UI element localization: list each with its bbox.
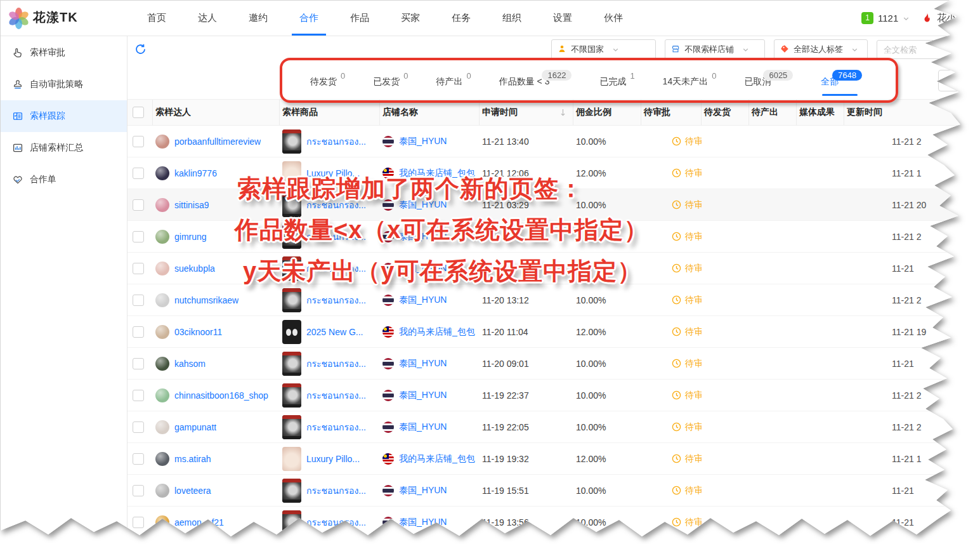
creator-link[interactable]: gampunatt — [174, 422, 216, 432]
product-link[interactable]: Luxury Pillo... — [306, 168, 360, 178]
tab-14天未产出[interactable]: 14天未产出0 — [663, 64, 717, 99]
row-checkbox[interactable] — [133, 421, 144, 433]
filter-dropdown-不限索样店铺[interactable]: 不限索样店铺 — [665, 39, 765, 60]
nav-item-合作[interactable]: 合作 — [299, 0, 318, 36]
tab-待产出[interactable]: 待产出0 — [436, 64, 471, 99]
filter-group: 不限国家不限索样店铺全部达人标签 — [551, 39, 964, 60]
creator-link[interactable]: chinnasitboon168_shop — [174, 390, 268, 401]
to-ship-cell — [702, 157, 749, 189]
sidebar-item-label: 索样跟踪 — [30, 110, 65, 122]
nav-item-首页[interactable]: 首页 — [147, 0, 166, 36]
shop-link[interactable]: 泰国_HYUN — [399, 390, 447, 401]
th-flag-icon — [382, 517, 394, 528]
shop-link[interactable]: 泰国_HYUN — [399, 485, 447, 496]
product-link[interactable]: กระชอนกรอง... — [306, 293, 366, 307]
sort-descending-icon[interactable] — [559, 109, 566, 117]
creator-link[interactable]: 03ciknoor11 — [174, 327, 222, 337]
creator-link[interactable]: ms.atirah — [174, 454, 211, 464]
shop-link[interactable]: 我的马来店铺_包包 — [399, 326, 475, 338]
nav-item-任务[interactable]: 任务 — [452, 0, 471, 36]
sidebar-item-合作单[interactable]: 合作单 — [0, 164, 127, 196]
shop-link[interactable]: 泰国_HYUN — [399, 263, 447, 274]
row-checkbox[interactable] — [133, 485, 144, 496]
product-link[interactable]: กระชอนกรอง... — [306, 262, 366, 275]
filter-dropdown-全部达人标签[interactable]: 全部达人标签 — [774, 39, 868, 60]
row-checkbox[interactable] — [133, 358, 144, 369]
row-checkbox[interactable] — [133, 199, 144, 211]
nav-item-作品[interactable]: 作品 — [350, 0, 369, 36]
row-checkbox[interactable] — [133, 168, 144, 179]
product-link[interactable]: กระชอนกรอง... — [306, 198, 366, 212]
row-checkbox[interactable] — [133, 295, 144, 306]
nav-item-伙伴[interactable]: 伙伴 — [604, 0, 623, 36]
user-name[interactable]: 花小漾 — [937, 12, 965, 24]
tab-作品数量 < 3[interactable]: 作品数量 < 31622 — [499, 64, 572, 99]
product-link[interactable]: กระชอนกรอง... — [306, 420, 366, 434]
creator-link[interactable]: loveteera — [174, 486, 211, 496]
shop-link[interactable]: 泰国_HYUN — [399, 136, 447, 147]
tab-待发货[interactable]: 待发货0 — [310, 64, 345, 99]
sidebar-item-自动审批策略[interactable]: 自动审批策略 — [0, 69, 127, 100]
creator-link[interactable]: aemon_af21 — [174, 517, 224, 527]
nav-item-邀约[interactable]: 邀约 — [249, 0, 268, 36]
row-checkbox[interactable] — [133, 136, 144, 147]
shop-link[interactable]: 泰国_HYUN — [399, 421, 447, 433]
to-produce-cell — [749, 189, 797, 220]
product-link[interactable]: กระชอนกรอง... — [306, 357, 366, 371]
product-link[interactable]: 2025 New G... — [306, 327, 363, 337]
balance-count[interactable]: 1121 — [878, 13, 898, 23]
creator-link[interactable]: sittinisa9 — [174, 200, 209, 210]
shop-link[interactable]: 泰国_HYUN — [399, 295, 447, 306]
nav-item-设置[interactable]: 设置 — [553, 0, 572, 36]
tab-已发货[interactable]: 已发货0 — [373, 64, 408, 99]
row-checkbox[interactable] — [133, 231, 144, 242]
shop-link[interactable]: 我的马来店铺_包包 — [399, 453, 475, 465]
row-checkbox[interactable] — [133, 517, 144, 528]
row-checkbox[interactable] — [133, 453, 144, 465]
shop-link[interactable]: 泰国_HYUN — [399, 517, 447, 528]
creator-link[interactable]: suekubpla — [174, 263, 215, 274]
tab-已取消[interactable]: 已取消6025 — [744, 64, 793, 99]
sidebar-item-店铺索样汇总[interactable]: 店铺索样汇总 — [0, 132, 127, 164]
creator-link[interactable]: gimrung — [174, 232, 207, 242]
creator-link[interactable]: kaklin9776 — [174, 168, 217, 178]
to-produce-cell — [749, 380, 797, 411]
refresh-icon[interactable] — [134, 43, 147, 55]
product-link[interactable]: กระชอนกรอง... — [306, 388, 366, 402]
product-link[interactable]: กระชอนกรอง... — [306, 515, 366, 529]
tab-已完成[interactable]: 已完成1 — [599, 64, 634, 99]
shop-link[interactable]: 泰国_HYUN — [399, 358, 447, 369]
sidebar-item-label: 索样审批 — [30, 47, 65, 58]
nav-item-达人[interactable]: 达人 — [198, 0, 217, 36]
product-link[interactable]: กระชอนกรอง... — [306, 135, 366, 149]
search-input[interactable] — [877, 40, 964, 59]
shop-link[interactable]: 泰国_HYUN — [399, 199, 447, 211]
tab-全部[interactable]: 全部7648 — [821, 64, 862, 99]
shop-cell: 泰国_HYUN — [380, 221, 480, 252]
column-settings-button[interactable]: 手 — [938, 70, 980, 91]
product-link[interactable]: กระชอนกรอง... — [306, 230, 366, 244]
sidebar-item-索样审批[interactable]: 索样审批 — [0, 37, 127, 69]
status-cell: 待审批 — [641, 284, 702, 315]
to-produce-cell — [749, 475, 797, 506]
clock-icon — [672, 327, 681, 336]
filter-dropdown-不限国家[interactable]: 不限国家 — [551, 39, 656, 60]
notification-count-badge[interactable]: 1 — [861, 12, 873, 24]
nav-item-组织[interactable]: 组织 — [502, 0, 521, 36]
search-icon[interactable] — [967, 45, 976, 56]
row-checkbox[interactable] — [133, 263, 144, 274]
shop-link[interactable]: 我的马来店铺_包包 — [399, 168, 475, 179]
row-checkbox[interactable] — [133, 390, 144, 401]
shop-link[interactable]: 泰国_HYUN — [399, 231, 447, 242]
creator-link[interactable]: porbaanfulltimereview — [174, 136, 261, 147]
row-checkbox[interactable] — [133, 326, 144, 338]
status-cell: 待审批 — [641, 221, 702, 252]
nav-item-买家[interactable]: 买家 — [401, 0, 420, 36]
chevron-down-icon[interactable] — [903, 15, 910, 22]
sidebar-item-索样跟踪[interactable]: 索样跟踪 — [0, 100, 127, 132]
product-link[interactable]: กระชอนกรอง... — [306, 484, 366, 498]
creator-link[interactable]: nutchumsrikaew — [174, 295, 238, 305]
product-link[interactable]: Luxury Pillo... — [306, 454, 360, 464]
creator-link[interactable]: kahsom — [174, 359, 206, 369]
select-all-checkbox[interactable] — [133, 107, 144, 118]
